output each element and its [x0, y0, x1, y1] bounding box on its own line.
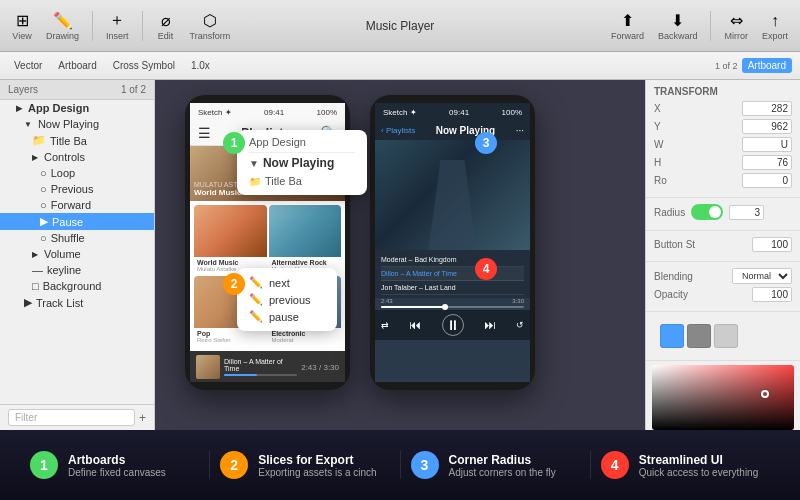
toolbar2-cross[interactable]: Cross Symbol [107, 58, 181, 73]
layer-arrow-now-playing: ▼ [24, 120, 32, 129]
prop-label-h: H [654, 157, 661, 168]
shuffle-btn[interactable]: ⇄ [381, 320, 389, 330]
layer-app-design[interactable]: ▶ App Design [0, 100, 154, 116]
toolbar-sep-2 [142, 11, 143, 41]
playlist-card-alt[interactable]: Alternative Rock Modena Mouse [269, 205, 342, 274]
layer-now-playing[interactable]: ▼ Now Playing [0, 116, 154, 132]
np-controls: ⇄ ⏮ ⏸ ⏭ ↺ [375, 310, 530, 340]
opacity-value[interactable] [752, 287, 792, 302]
np-track-3: Jon Talaber – Last Land [381, 281, 524, 295]
radius-value[interactable] [729, 205, 764, 220]
np-track-2-active: Dillon – A Matter of Time [381, 267, 524, 281]
prop-label-x: X [654, 103, 661, 114]
layer-pause[interactable]: ▶ Pause [0, 213, 154, 230]
toolbar-sep-1 [92, 11, 93, 41]
bottom-bar: 1 Artboards Define fixed canvases 2 Slic… [0, 430, 800, 500]
blending-select[interactable]: Normal [732, 268, 792, 284]
layer-label-pause: Pause [52, 216, 83, 228]
layer-loop[interactable]: ○ Loop [0, 165, 154, 181]
annotation-1-balloon: 1 [223, 132, 245, 154]
layer-forward[interactable]: ○ Forward [0, 197, 154, 213]
next-btn[interactable]: ⏭ [484, 318, 496, 332]
toolbar-sep-3 [710, 11, 711, 41]
color-gradient-widget[interactable] [652, 365, 794, 430]
layer-previous[interactable]: ○ Previous [0, 181, 154, 197]
toolbar2-zoom[interactable]: 1.0x [185, 58, 216, 73]
color-swatches-section [646, 312, 800, 361]
toolbar-edit-btn[interactable]: ⌀ Edit [152, 9, 180, 43]
layer-volume[interactable]: ▶ Volume [0, 246, 154, 262]
slice-item-previous: ✏️ previous [249, 291, 325, 308]
layer-background[interactable]: □ Background [0, 278, 154, 294]
prop-label-y: Y [654, 121, 661, 132]
prop-label-w: W [654, 139, 663, 150]
drawing-label: Drawing [46, 31, 79, 41]
prop-row-r: Ro [654, 173, 792, 188]
radius-label: Radius [654, 207, 685, 218]
toolbar2-vector[interactable]: Vector [8, 58, 48, 73]
playlist-card-world[interactable]: World Music Mulatu Astatke [194, 205, 267, 274]
np-bar-track: Dillon – A Matter of Time [224, 358, 297, 372]
layer-title-ba[interactable]: 📁 Title Ba [0, 132, 154, 149]
layer-keyline[interactable]: — keyline [0, 262, 154, 278]
np-track-1: Moderat – Bad Kingdom [381, 253, 524, 267]
swatch-lightgray[interactable] [714, 324, 738, 348]
swatch-blue[interactable] [660, 324, 684, 348]
toolbar-insert-btn[interactable]: ＋ Insert [102, 9, 133, 43]
feature-1-text: Artboards Define fixed canvases [68, 453, 199, 478]
edit-label: Edit [158, 31, 174, 41]
main-area: Layers 1 of 2 ▶ App Design ▼ Now Playing… [0, 80, 800, 430]
callout-box-1: App Design ▼ Now Playing 📁 Title Ba [237, 130, 367, 195]
export-label: Export [762, 31, 788, 41]
np-progress-bar[interactable] [381, 306, 524, 308]
pagination: 1 of 2 [715, 61, 738, 71]
layer-label-loop: Loop [51, 167, 75, 179]
feature-1-number: 1 [40, 457, 48, 473]
prev-btn[interactable]: ⏮ [409, 318, 421, 332]
swatch-gray[interactable] [687, 324, 711, 348]
filter-add-icon[interactable]: + [139, 411, 146, 425]
color-swatches-row [654, 318, 792, 354]
layer-controls[interactable]: ▶ Controls [0, 149, 154, 165]
forward-layer-icon: ○ [40, 199, 47, 211]
feature-2-title: Slices for Export [258, 453, 389, 467]
edit-icon: ⌀ [156, 11, 176, 31]
phone-right: Sketch ✦ 09:41 100% ‹ Playlists Now Play… [370, 95, 535, 390]
button-style-value[interactable] [752, 237, 792, 252]
prop-value-y[interactable] [742, 119, 792, 134]
ann-1-number: 1 [231, 136, 238, 150]
back-btn[interactable]: ‹ Playlists [381, 126, 415, 135]
annotation-2-balloon: 2 [223, 273, 245, 295]
filter-input[interactable]: Filter [8, 409, 135, 426]
prop-value-x[interactable] [742, 101, 792, 116]
prop-row-h: H [654, 155, 792, 170]
phone-left-status: Sketch ✦ 09:41 100% [190, 103, 345, 121]
toolbar-export-btn[interactable]: ↑ Export [758, 9, 792, 43]
feature-4-title: Streamlined UI [639, 453, 770, 467]
toolbar-mirror-btn[interactable]: ⇔ Mirror [720, 9, 752, 43]
playlist-name-pop: Pop [197, 330, 264, 337]
color-picker-mini: Hex H S B [646, 361, 800, 430]
prop-value-w[interactable] [742, 137, 792, 152]
repeat-btn[interactable]: ↺ [516, 320, 524, 330]
layer-shuffle[interactable]: ○ Shuffle [0, 230, 154, 246]
toolbar-drawing-btn[interactable]: ✏️ Drawing [42, 9, 83, 43]
np-bar-thumb [196, 355, 220, 379]
radius-toggle[interactable] [691, 204, 723, 220]
np-progress-fill [381, 306, 445, 308]
feature-2-text: Slices for Export Exporting assets is a … [258, 453, 389, 478]
toolbar-backward-btn[interactable]: ⬇ Backward [654, 9, 702, 43]
left-panel: Layers 1 of 2 ▶ App Design ▼ Now Playing… [0, 80, 155, 430]
phone-left-carrier: Sketch ✦ [198, 108, 232, 117]
toolbar-transform-btn[interactable]: ⬡ Transform [186, 9, 235, 43]
layer-track-list[interactable]: ▶ Track List [0, 294, 154, 311]
toolbar2-artboard-active[interactable]: Artboard [742, 58, 792, 73]
prop-value-h[interactable] [742, 155, 792, 170]
toolbar2-artboard[interactable]: Artboard [52, 58, 102, 73]
feature-ui: 4 Streamlined UI Quick access to everyth… [591, 451, 780, 479]
toolbar-forward-btn[interactable]: ⬆ Forward [607, 9, 648, 43]
playlist-thumb-alt [269, 205, 342, 257]
prop-value-r[interactable] [742, 173, 792, 188]
play-pause-btn[interactable]: ⏸ [442, 314, 464, 336]
toolbar-view-btn[interactable]: ⊞ View [8, 9, 36, 43]
